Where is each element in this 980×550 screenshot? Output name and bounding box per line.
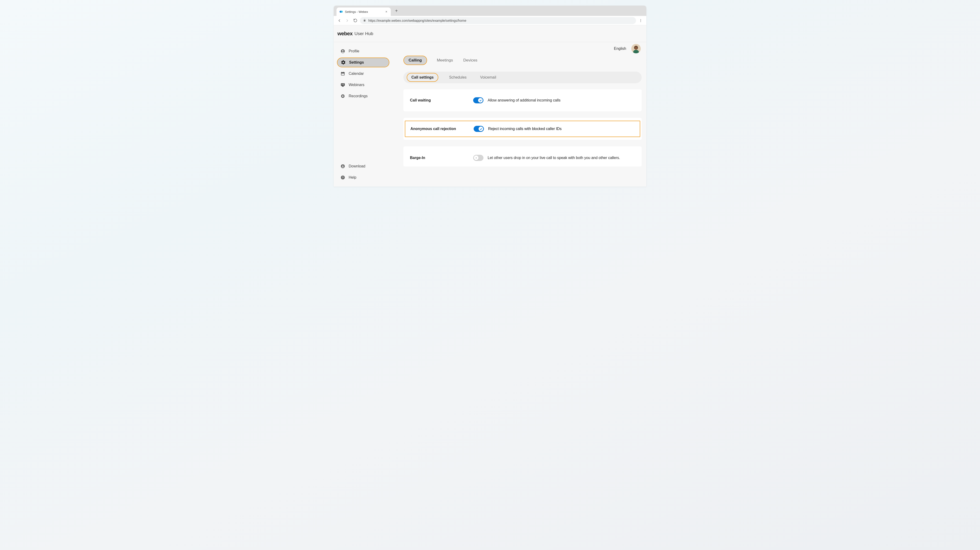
- check-icon: [480, 128, 482, 130]
- subtab-schedules[interactable]: Schedules: [446, 74, 469, 81]
- url-bar[interactable]: https://example.webex.com/webappng/sites…: [360, 17, 636, 24]
- browser-window: Settings - Webex × + https://example.web…: [334, 6, 646, 187]
- secondary-tabs: Call settings Schedules Voicemail: [403, 71, 642, 83]
- browser-toolbar: https://example.webex.com/webappng/sites…: [334, 16, 646, 25]
- svg-point-2: [641, 19, 641, 20]
- sidebar-item-label: Download: [348, 164, 365, 168]
- x-icon: ×: [476, 157, 477, 159]
- sidebar-item-label: Recordings: [348, 94, 368, 98]
- tab-close-icon[interactable]: ×: [384, 10, 388, 14]
- svg-point-1: [341, 11, 342, 13]
- record-icon: [340, 94, 345, 99]
- svg-rect-8: [341, 72, 345, 73]
- forward-button[interactable]: [344, 17, 350, 24]
- new-tab-button[interactable]: +: [393, 8, 400, 14]
- check-icon: [479, 99, 482, 102]
- svg-point-15: [342, 95, 344, 97]
- primary-tabs: Calling Meetings Devices: [403, 55, 642, 65]
- svg-rect-12: [341, 83, 345, 86]
- download-icon: [340, 164, 345, 169]
- browser-menu-button[interactable]: [638, 17, 644, 24]
- sidebar-item-help[interactable]: ? Help: [337, 173, 390, 182]
- svg-point-13: [342, 84, 342, 85]
- brand-wordmark: webex: [337, 31, 353, 37]
- barge-in-toggle[interactable]: ×: [473, 155, 484, 161]
- sidebar-item-label: Webinars: [348, 83, 364, 87]
- calendar-icon: [340, 71, 345, 76]
- setting-call-waiting: Call waiting Allow answering of addition…: [403, 89, 642, 111]
- setting-title: Call waiting: [410, 98, 473, 102]
- sidebar-item-settings[interactable]: Settings: [337, 57, 390, 67]
- svg-point-3: [641, 20, 641, 21]
- sidebar-item-label: Help: [348, 175, 356, 179]
- svg-rect-10: [344, 72, 344, 73]
- app-header: webex User Hub: [334, 25, 646, 42]
- svg-text:?: ?: [342, 176, 344, 179]
- setting-description: Allow answering of additional incoming c…: [488, 98, 560, 102]
- svg-rect-9: [342, 72, 342, 73]
- sidebar-item-profile[interactable]: Profile: [337, 46, 390, 56]
- sidebar-item-label: Settings: [349, 60, 364, 65]
- subtab-call-settings[interactable]: Call settings: [407, 73, 438, 82]
- lock-icon: [363, 19, 366, 22]
- sidebar-item-label: Calendar: [348, 71, 364, 76]
- setting-barge-in: Barge-In × Let other users drop in on yo…: [403, 146, 642, 166]
- app-body: Profile Settings Calendar: [334, 42, 646, 187]
- sidebar-item-calendar[interactable]: Calendar: [337, 69, 390, 79]
- call-waiting-toggle[interactable]: [473, 97, 484, 103]
- person-icon: [340, 49, 345, 54]
- settings-list: Call waiting Allow answering of addition…: [403, 89, 642, 166]
- sidebar: Profile Settings Calendar: [334, 42, 392, 187]
- header-right: English: [614, 44, 641, 53]
- svg-point-4: [641, 21, 641, 22]
- tab-devices[interactable]: Devices: [463, 57, 478, 64]
- setting-description: Reject incoming calls with blocked calle…: [488, 127, 562, 131]
- setting-title: Anonymous call rejection: [410, 127, 474, 131]
- product-name: User Hub: [355, 31, 373, 36]
- gear-icon: [341, 60, 346, 65]
- url-text: https://example.webex.com/webappng/sites…: [368, 19, 466, 22]
- app-root: webex User Hub Profile: [334, 25, 646, 187]
- webex-favicon-icon: [339, 10, 343, 14]
- browser-tab[interactable]: Settings - Webex ×: [337, 8, 391, 16]
- help-icon: ?: [340, 175, 345, 180]
- setting-description: Let other users drop in on your live cal…: [488, 156, 620, 160]
- webinar-icon: [340, 82, 345, 87]
- svg-point-23: [635, 47, 637, 49]
- setting-anonymous-rejection: Anonymous call rejection Reject incoming…: [403, 118, 642, 140]
- browser-tabstrip: Settings - Webex × +: [334, 6, 646, 16]
- avatar[interactable]: [632, 44, 641, 53]
- tab-calling[interactable]: Calling: [403, 55, 427, 65]
- back-button[interactable]: [336, 17, 342, 24]
- subtab-voicemail[interactable]: Voicemail: [477, 74, 499, 81]
- sidebar-item-recordings[interactable]: Recordings: [337, 91, 390, 101]
- sidebar-item-webinars[interactable]: Webinars: [337, 80, 390, 90]
- content: English Calling Meetings Dev: [392, 42, 646, 187]
- language-selector[interactable]: English: [614, 46, 626, 51]
- sidebar-item-label: Profile: [348, 49, 359, 53]
- browser-tab-title: Settings - Webex: [345, 10, 384, 14]
- svg-point-6: [342, 50, 343, 51]
- tab-meetings[interactable]: Meetings: [436, 57, 453, 64]
- reload-button[interactable]: [352, 17, 358, 24]
- anonymous-rejection-toggle[interactable]: [474, 126, 484, 132]
- sidebar-item-download[interactable]: Download: [337, 162, 390, 171]
- svg-rect-11: [341, 73, 344, 75]
- setting-title: Barge-In: [410, 156, 473, 160]
- highlight-box: Anonymous call rejection Reject incoming…: [405, 120, 640, 137]
